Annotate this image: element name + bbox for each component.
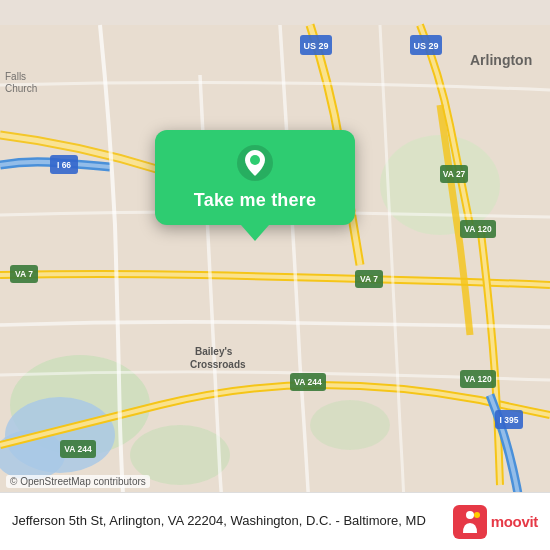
svg-text:VA 27: VA 27 — [443, 169, 466, 179]
svg-text:I 66: I 66 — [57, 160, 71, 170]
svg-text:I 395: I 395 — [500, 415, 519, 425]
bottom-bar: Jefferson 5th St, Arlington, VA 22204, W… — [0, 492, 550, 550]
map-background: US 29 US 29 I 66 VA 7 VA 7 VA 244 VA 244… — [0, 0, 550, 550]
svg-text:VA 244: VA 244 — [64, 444, 92, 454]
svg-text:US 29: US 29 — [303, 41, 328, 51]
svg-point-37 — [466, 511, 474, 519]
copyright-notice: © OpenStreetMap contributors — [6, 475, 150, 488]
svg-point-4 — [310, 400, 390, 450]
svg-point-35 — [250, 155, 260, 165]
callout-label: Take me there — [194, 190, 316, 211]
svg-text:VA 120: VA 120 — [464, 224, 492, 234]
map-container: US 29 US 29 I 66 VA 7 VA 7 VA 244 VA 244… — [0, 0, 550, 550]
moovit-icon — [453, 505, 487, 539]
svg-text:VA 120: VA 120 — [464, 374, 492, 384]
svg-point-38 — [474, 512, 480, 518]
svg-text:Church: Church — [5, 83, 37, 94]
svg-text:US 29: US 29 — [413, 41, 438, 51]
svg-text:VA 244: VA 244 — [294, 377, 322, 387]
callout-arrow — [241, 225, 269, 241]
moovit-logo[interactable]: moovit — [453, 505, 538, 539]
callout[interactable]: Take me there — [145, 130, 365, 241]
svg-text:Crossroads: Crossroads — [190, 359, 246, 370]
moovit-wordmark: moovit — [491, 513, 538, 530]
svg-text:Falls: Falls — [5, 71, 26, 82]
svg-text:VA 7: VA 7 — [15, 269, 33, 279]
svg-text:VA 7: VA 7 — [360, 274, 378, 284]
svg-rect-36 — [453, 505, 487, 539]
callout-box[interactable]: Take me there — [155, 130, 355, 225]
svg-text:Bailey's: Bailey's — [195, 346, 233, 357]
address-text: Jefferson 5th St, Arlington, VA 22204, W… — [12, 512, 453, 531]
svg-text:Arlington: Arlington — [470, 52, 532, 68]
pin-icon — [236, 144, 274, 182]
